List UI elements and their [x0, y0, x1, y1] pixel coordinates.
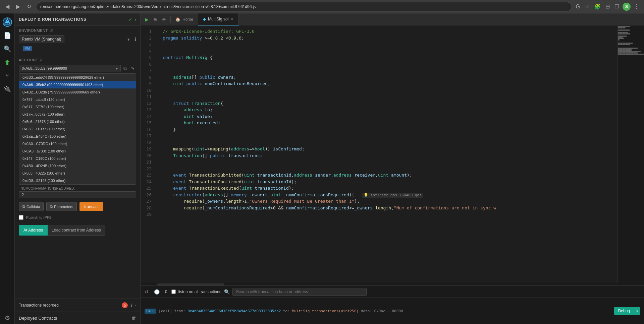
sidebar-item-files[interactable]: 📄 [1, 29, 13, 42]
environment-select[interactable]: Remix VM (Shanghai) [19, 35, 64, 43]
numconf-input[interactable] [19, 191, 136, 198]
profile-button[interactable]: S [623, 3, 631, 11]
sidebar-item-deploy[interactable] [1, 56, 13, 68]
debug-buttons: Debug ▾ [614, 307, 640, 315]
deploy-header-icons: ✓ › [128, 17, 136, 22]
menu-icon[interactable]: ⋮ [633, 3, 641, 10]
app-container: 📄 🔍 ⑂ 🔌 ⚙ DEPLOY & RUN TRANSACTIONS ✓ [0, 13, 644, 324]
editor-main: 1234 5678 9101112 13141516 17181920 2122… [141, 25, 644, 324]
extensions-icon[interactable]: 🧩 [593, 3, 602, 10]
editor-tabs: ▶ ⊕ ⊖ 🏠 Home ◆ MultiSig.sol ✕ [141, 13, 644, 25]
environment-row: Remix VM (Shanghai) ℹ [15, 34, 140, 45]
account-item-0[interactable]: 0x5B3...eddC4 (99.9999999999998929629 et… [19, 74, 136, 81]
log-call-badge: CALL [145, 309, 156, 314]
sidebar-item-git[interactable]: ⑂ [1, 70, 13, 82]
copy-account-button[interactable]: ⧉ [122, 65, 128, 72]
deployed-contracts-row[interactable]: Deployed Contracts 🗑 [15, 312, 140, 324]
account-item-2[interactable]: 0x4B2...C02db (79.99999999999990669 ethe… [19, 88, 136, 96]
home-icon: 🏠 [175, 17, 180, 22]
account-select-wrapper: 0xAb8...35cb2 (99.9999999 [19, 65, 121, 72]
settings-icon: ⚙ [5, 314, 10, 322]
google-icon[interactable]: G [575, 3, 581, 10]
plugins-icon: 🔌 [4, 85, 11, 93]
account-item-14[interactable]: 0xdD8...92148 (100 ether) [19, 177, 136, 184]
transactions-row[interactable]: Transactions recorded 5 ℹ › [15, 299, 140, 312]
zoom-in-button[interactable]: ⊕ [152, 16, 159, 23]
url-bar[interactable] [36, 2, 572, 11]
calldata-button[interactable]: ⧉ Calldata [19, 202, 44, 211]
account-item-7[interactable]: 0x03C...D1Ff7 (100 ether) [19, 125, 136, 133]
trash-icon[interactable]: 🗑 [131, 315, 136, 321]
listen-checkbox[interactable] [171, 289, 176, 294]
clear-log-button[interactable]: ↺ [143, 288, 150, 295]
reload-button[interactable]: ↻ [25, 3, 33, 10]
search-log-icon[interactable]: 🔍 [224, 289, 230, 295]
minimap: ████████████████████ ████████████ ██████… [617, 25, 644, 283]
files-icon: 📄 [4, 32, 11, 39]
numconf-input-row [19, 191, 136, 198]
sidebar-item-settings[interactable]: ⚙ [1, 312, 13, 324]
sol-icon: ◆ [203, 17, 206, 21]
account-item-8[interactable]: 0x1aE...E454C (100 ether) [19, 133, 136, 140]
browser-chrome: ◀ ▶ ↻ G ☆ 🧩 ⊟ ☐ S ⋮ [0, 0, 644, 13]
environment-section-label: ENVIRONMENT 🛈 [15, 26, 140, 34]
account-item-1[interactable]: 0xAb8...35cb2 (99.9999999999999901493 et… [19, 81, 136, 88]
deployed-contracts-label: Deployed Contracts [19, 316, 129, 321]
file-tab-label: MultiSig.sol [208, 17, 228, 21]
expand-icon[interactable]: › [135, 17, 136, 22]
load-contract-button[interactable]: Load contract from Address [48, 225, 105, 236]
forward-button[interactable]: ▶ [14, 3, 22, 10]
account-item-9[interactable]: 0x0A0...C70DC (100 ether) [19, 140, 136, 147]
tab-home[interactable]: 🏠 Home [171, 13, 198, 25]
cast-icon[interactable]: ⊟ [604, 3, 611, 10]
account-item-3[interactable]: 0x787...cabaB (120 ether) [19, 96, 136, 103]
transactions-expand-icon[interactable]: › [135, 303, 136, 307]
clock-icon-button[interactable]: 🕐 [153, 288, 161, 295]
vm-badge-row: VM [15, 45, 140, 55]
horizontal-scrollbar[interactable] [141, 283, 644, 285]
account-item-4[interactable]: 0x617...5E7f2 (100 ether) [19, 103, 136, 111]
window-icon[interactable]: ☐ [613, 3, 621, 10]
env-info-icon[interactable]: ℹ [135, 37, 136, 42]
search-icon: 🔍 [4, 45, 11, 53]
publish-checkbox[interactable] [19, 215, 23, 220]
debug-button[interactable]: Debug [614, 307, 634, 315]
sidebar-item-logo [1, 16, 13, 28]
transact-button[interactable]: transact [79, 202, 103, 211]
tab-close-icon[interactable]: ✕ [230, 17, 234, 21]
transactions-label: Transactions recorded [19, 303, 119, 308]
account-item-13[interactable]: 0x583...40225 (100 ether) [19, 170, 136, 177]
account-item-12[interactable]: 0x4B0...4D2dB (100 ether) [19, 162, 136, 170]
bottom-panel: ↺ 🕐 0 listen on all transactions 🔍 CALL … [141, 285, 644, 324]
calldata-icon: ⧉ [22, 204, 25, 209]
at-address-button[interactable]: At Address [19, 225, 48, 236]
account-select[interactable]: 0xAb8...35cb2 (99.9999999 [19, 65, 121, 72]
account-dropdown: 0x5B3...eddC4 (99.9999999999998929629 et… [19, 73, 136, 185]
info-icon[interactable]: ℹ [130, 303, 132, 308]
back-button[interactable]: ◀ [3, 3, 11, 10]
tab-multisig[interactable]: ◆ MultiSig.sol ✕ [198, 13, 239, 25]
editor-area: ▶ ⊕ ⊖ 🏠 Home ◆ MultiSig.sol ✕ 1234 5678 … [141, 13, 644, 324]
run-button[interactable]: ▶ [143, 16, 150, 23]
browser-icons: G ☆ 🧩 ⊟ ☐ S ⋮ [575, 3, 641, 11]
environment-info-icon[interactable]: 🛈 [49, 28, 53, 33]
account-item-5[interactable]: 0x17F...8c372 (100 ether) [19, 111, 136, 118]
search-log-input[interactable] [232, 288, 367, 296]
zoom-out-button[interactable]: ⊖ [160, 16, 168, 23]
vm-badge: VM [23, 46, 32, 51]
git-icon: ⑂ [6, 73, 9, 79]
sidebar-item-search[interactable]: 🔍 [1, 43, 13, 55]
account-item-10[interactable]: 0xCA3...a733c (100 ether) [19, 147, 136, 155]
edit-account-button[interactable]: ✎ [129, 65, 136, 72]
account-item-11[interactable]: 0x147...C160C (100 ether) [19, 155, 136, 162]
publish-label: Publish to IPFS [26, 215, 52, 219]
sidebar-item-plugins[interactable]: 🔌 [1, 83, 13, 95]
account-add-icon[interactable]: ⊕ [40, 58, 43, 62]
code-editor[interactable]: // SPDX-License-Identifier: GPL-3.0 prag… [157, 25, 617, 283]
account-item-6[interactable]: 0x5c6...21678 (100 ether) [19, 118, 136, 125]
parameters-icon: ⧉ [50, 204, 53, 209]
parameters-button[interactable]: ⧉ Parameters [46, 202, 77, 211]
log-text: [call] from: 0xAb8483F64d9C6d1EcF9b849Ae… [159, 309, 611, 313]
debug-dropdown-button[interactable]: ▾ [634, 307, 640, 315]
bookmark-icon[interactable]: ☆ [583, 3, 591, 10]
